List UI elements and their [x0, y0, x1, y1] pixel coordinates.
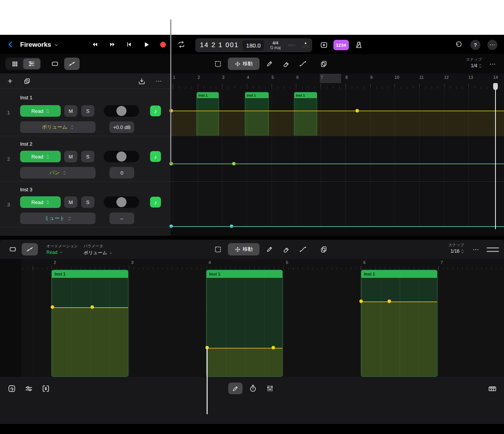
volume-slider-knob[interactable] [116, 151, 126, 162]
record-button[interactable] [156, 39, 169, 50]
eraser-tool-button[interactable] [279, 243, 293, 255]
parameter-dropdown[interactable]: ボリューム [20, 121, 96, 133]
project-title[interactable]: Fireworks [20, 41, 51, 49]
playhead-line[interactable] [495, 90, 496, 229]
lcd-timesig[interactable]: 4/4 [272, 41, 278, 45]
edit-pencil-button[interactable] [228, 383, 243, 394]
region-header[interactable]: Inst 1 [52, 270, 128, 278]
editor-resize-handle[interactable] [487, 247, 499, 252]
region-header[interactable]: Inst 1 [197, 92, 219, 98]
metronome-button[interactable] [353, 39, 364, 51]
automation-point[interactable] [388, 300, 391, 303]
region-header[interactable]: Inst 1 [294, 92, 317, 98]
region-header[interactable]: Inst 1 [207, 270, 282, 278]
automation-mode-button[interactable]: Read [20, 151, 61, 162]
marquee-tool-button[interactable] [211, 243, 225, 255]
automation-line[interactable] [52, 307, 128, 308]
mute-button[interactable]: M [64, 151, 77, 162]
automation-point[interactable] [91, 305, 94, 309]
copy-tool-button[interactable] [317, 58, 331, 70]
lcd-position[interactable]: 14 2 1 001 [195, 41, 239, 49]
keyboard-button[interactable] [485, 383, 500, 394]
curve-tool-button[interactable] [296, 58, 310, 70]
play-button[interactable] [139, 39, 153, 50]
parameter-value[interactable]: -- [109, 213, 134, 224]
import-button[interactable] [136, 77, 147, 86]
parameter-value[interactable]: 0 [109, 167, 134, 179]
track-name[interactable]: Inst 3 [20, 187, 32, 192]
move-tool-button[interactable]: 移動 [228, 243, 260, 255]
clear-display-button[interactable] [318, 39, 330, 50]
playhead-handle[interactable] [493, 83, 498, 90]
solo-button[interactable]: S [81, 151, 94, 162]
region-header[interactable]: Inst 1 [245, 92, 268, 98]
go-to-beginning-button[interactable] [122, 39, 136, 50]
time-quantize-button[interactable] [248, 383, 258, 394]
volume-slider-knob[interactable] [116, 106, 126, 116]
more-button-editor[interactable]: ⋯ [470, 244, 481, 255]
more-button-top[interactable]: ⋯ [487, 40, 497, 50]
duplicate-track-button[interactable] [22, 77, 32, 86]
mute-button[interactable]: M [64, 105, 77, 117]
lcd-tempo[interactable]: 180.0 [243, 40, 264, 51]
automation-point[interactable] [355, 109, 359, 112]
automation-line[interactable] [207, 348, 282, 349]
automation-view-button[interactable] [64, 58, 80, 70]
count-in-button[interactable]: 1234 [333, 40, 349, 50]
snap-control-bottom[interactable]: スナップ 1/16 [429, 242, 464, 256]
undo-button[interactable] [453, 40, 464, 50]
automation-line[interactable] [361, 301, 437, 302]
region[interactable]: Inst 1 [51, 270, 128, 377]
automation-point[interactable] [230, 225, 233, 228]
faders-button[interactable] [265, 383, 275, 394]
editor-automation-button[interactable] [22, 243, 38, 255]
help-button[interactable]: ? [470, 40, 480, 50]
more-button-tracks[interactable]: ⋯ [487, 58, 498, 69]
editor-regions-button[interactable] [5, 243, 21, 255]
eraser-tool-button[interactable] [279, 58, 293, 70]
region-header[interactable]: Inst 1 [361, 270, 437, 278]
instrument-icon[interactable]: ♪ [150, 151, 161, 162]
automation-line-pan[interactable] [171, 163, 504, 164]
cycle-range[interactable] [320, 74, 341, 83]
instrument-icon[interactable]: ♪ [150, 106, 161, 116]
track-name[interactable]: Inst 2 [20, 141, 32, 147]
move-tool-button[interactable]: 移動 [228, 58, 260, 70]
track-header-more-button[interactable]: ⋯ [153, 77, 164, 85]
parameter-dropdown[interactable]: パン [20, 167, 96, 179]
parameter-dropdown[interactable]: ミュート [20, 213, 96, 224]
forward-button[interactable] [105, 39, 119, 50]
snap-control-top[interactable]: スナップ 1/4 [445, 57, 482, 71]
add-track-button[interactable]: + [5, 76, 15, 87]
automation-point[interactable] [169, 225, 173, 228]
region[interactable]: Inst 1 [206, 270, 283, 377]
solo-button[interactable]: S [81, 105, 94, 117]
marquee-tool-button[interactable] [211, 58, 225, 70]
volume-slider-knob[interactable] [116, 197, 126, 207]
rewind-button[interactable] [88, 39, 102, 50]
pencil-tool-button[interactable] [263, 243, 277, 255]
back-button[interactable] [5, 39, 16, 49]
region[interactable]: Inst 1 [361, 270, 437, 377]
automation-point[interactable] [359, 300, 363, 303]
plugins-button[interactable] [41, 383, 51, 394]
regions-view-button[interactable] [47, 58, 63, 70]
automation-line-volume[interactable] [171, 111, 504, 111]
tracks-view-button[interactable] [23, 58, 40, 69]
lcd-key[interactable]: G maj [270, 46, 281, 50]
automation-point[interactable] [232, 162, 236, 165]
automation-mode-button[interactable]: Read [20, 196, 61, 208]
loop-browser-button[interactable] [7, 383, 17, 394]
mute-button[interactable]: M [64, 196, 77, 208]
lcd-display[interactable]: 14 2 1 001 180.0 4/4 G maj MIDI CPU [195, 38, 312, 52]
automation-point[interactable] [272, 346, 275, 349]
live-loops-button[interactable] [6, 58, 23, 69]
instrument-icon[interactable]: ♪ [150, 197, 161, 208]
cycle-button[interactable] [174, 39, 189, 50]
parameter-dropdown[interactable]: ボリューム [84, 250, 113, 256]
automation-mode-button[interactable]: Read [20, 105, 61, 117]
parameter-value[interactable]: +0.0 dB [109, 121, 134, 133]
title-dropdown[interactable] [54, 43, 59, 48]
track-name[interactable]: Inst 1 [20, 95, 32, 100]
solo-button[interactable]: S [81, 196, 94, 208]
